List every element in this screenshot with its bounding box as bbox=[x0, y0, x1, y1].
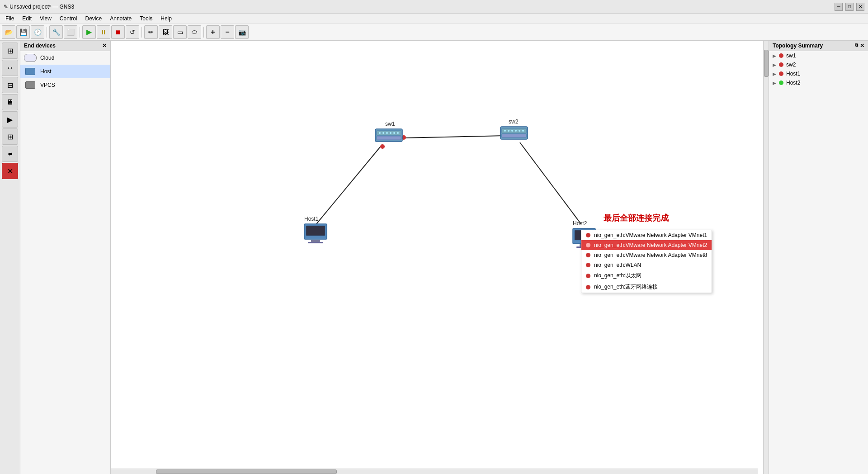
svg-point-21 bbox=[515, 130, 517, 132]
drop-dot-3 bbox=[586, 253, 590, 257]
svg-point-12 bbox=[390, 132, 392, 134]
drop-dot-6 bbox=[586, 285, 590, 289]
vertical-scrollbar[interactable] bbox=[763, 41, 769, 474]
sidebar-end-devices[interactable]: 🖥 bbox=[2, 94, 18, 110]
close-button[interactable]: ✕ bbox=[856, 3, 864, 11]
main-content: ⊞ ↔ ⊟ 🖥 ▶ ⊞ ⇌ ✕ End devices ✕ Cloud Host bbox=[0, 41, 868, 474]
sidebar-all-devices[interactable]: ⊞ bbox=[2, 43, 18, 59]
oval-button[interactable]: ⬭ bbox=[188, 25, 201, 39]
topology-title: Topology Summary bbox=[773, 43, 823, 49]
topo-item-host1[interactable]: ▶ Host1 bbox=[769, 69, 868, 78]
sidebar-active[interactable]: ✕ bbox=[2, 163, 18, 179]
toolbar-sep4 bbox=[203, 27, 204, 38]
preferences-button[interactable]: 🔧 bbox=[49, 25, 63, 39]
console-all-button[interactable]: ⬜ bbox=[64, 25, 77, 39]
suspend-button[interactable]: ⏸ bbox=[97, 25, 110, 39]
drop-dot-2 bbox=[586, 243, 590, 247]
title-bar: ✎ Unsaved project* — GNS3 ─ □ ✕ bbox=[0, 0, 868, 14]
dropdown-label-2: nio_gen_eth:VMware Network Adapter VMnet… bbox=[594, 242, 707, 248]
device-cloud[interactable]: Cloud bbox=[20, 51, 110, 65]
topology-header-controls: ⧉ ✕ bbox=[855, 43, 864, 49]
device-host[interactable]: Host bbox=[20, 65, 110, 78]
svg-point-10 bbox=[382, 132, 384, 134]
svg-rect-26 bbox=[311, 240, 320, 242]
chevron-sw1: ▶ bbox=[773, 53, 776, 58]
sw2-label: sw2 bbox=[509, 118, 519, 125]
menu-tools[interactable]: Tools bbox=[136, 14, 156, 23]
dropdown-item-2[interactable]: nio_gen_eth:VMware Network Adapter VMnet… bbox=[581, 240, 712, 250]
open-folder-button[interactable]: 📂 bbox=[2, 25, 15, 39]
sidebar-switches[interactable]: ⊟ bbox=[2, 77, 18, 93]
svg-point-11 bbox=[386, 132, 388, 134]
left-sidebar: ⊞ ↔ ⊟ 🖥 ▶ ⊞ ⇌ ✕ bbox=[0, 41, 20, 474]
dropdown-menu: nio_gen_eth:VMware Network Adapter VMnet… bbox=[581, 230, 712, 293]
stop-all-button[interactable]: ⏹ bbox=[111, 25, 125, 39]
topo-item-host2[interactable]: ▶ Host2 bbox=[769, 78, 868, 87]
svg-rect-27 bbox=[308, 242, 323, 243]
menu-file[interactable]: File bbox=[2, 14, 18, 23]
menu-device[interactable]: Device bbox=[82, 14, 106, 23]
dropdown-label-3: nio_gen_eth:VMware Network Adapter VMnet… bbox=[594, 252, 707, 258]
save-button[interactable]: 💾 bbox=[16, 25, 30, 39]
chevron-host1: ▶ bbox=[773, 71, 776, 76]
topo-sw1-label: sw1 bbox=[786, 52, 796, 59]
maximize-button[interactable]: □ bbox=[845, 3, 854, 11]
topo-item-sw2[interactable]: ▶ sw2 bbox=[769, 60, 868, 69]
devices-panel-header: End devices ✕ bbox=[20, 41, 110, 51]
dropdown-item-3[interactable]: nio_gen_eth:VMware Network Adapter VMnet… bbox=[581, 250, 712, 260]
topology-close-icon[interactable]: ✕ bbox=[860, 43, 864, 49]
rect-button[interactable]: ▭ bbox=[173, 25, 187, 39]
edit-button[interactable]: ✏ bbox=[144, 25, 158, 39]
screenshot-button[interactable]: 📷 bbox=[235, 25, 249, 39]
devices-close-icon[interactable]: ✕ bbox=[102, 43, 107, 49]
menu-view[interactable]: View bbox=[36, 14, 55, 23]
topo-item-sw1[interactable]: ▶ sw1 bbox=[769, 51, 868, 60]
menu-bar: File Edit View Control Device Annotate T… bbox=[0, 14, 868, 24]
dropdown-label-6: nio_gen_eth:蓝牙网络连接 bbox=[594, 283, 658, 291]
sidebar-security[interactable]: ▶ bbox=[2, 111, 18, 128]
sw1-label: sw1 bbox=[385, 121, 395, 127]
annotation-text: 最后全部连接完成 bbox=[604, 213, 669, 223]
sidebar-routers[interactable]: ↔ bbox=[2, 60, 18, 76]
svg-point-22 bbox=[519, 130, 520, 132]
zoom-out-button[interactable]: − bbox=[221, 25, 234, 39]
svg-rect-25 bbox=[306, 226, 325, 236]
menu-edit[interactable]: Edit bbox=[19, 14, 35, 23]
menu-annotate[interactable]: Annotate bbox=[106, 14, 135, 23]
reload-button[interactable]: ↺ bbox=[126, 25, 139, 39]
drop-dot-1 bbox=[586, 233, 590, 237]
topology-float-icon[interactable]: ⧉ bbox=[855, 43, 858, 49]
picture-button[interactable]: 🖼 bbox=[159, 25, 172, 39]
svg-point-23 bbox=[522, 130, 524, 132]
dropdown-label-4: nio_gen_eth:WLAN bbox=[594, 262, 641, 268]
topo-sw2-label: sw2 bbox=[786, 62, 796, 68]
vpcs-label: VPCS bbox=[40, 82, 55, 88]
horizontal-scrollbar[interactable] bbox=[111, 469, 758, 474]
svg-line-2 bbox=[520, 142, 581, 224]
host2-label: Host2 bbox=[573, 220, 587, 227]
svg-point-5 bbox=[380, 144, 385, 149]
dropdown-item-1[interactable]: nio_gen_eth:VMware Network Adapter VMnet… bbox=[581, 230, 712, 240]
minimize-button[interactable]: ─ bbox=[835, 3, 843, 11]
dropdown-item-6[interactable]: nio_gen_eth:蓝牙网络连接 bbox=[581, 281, 712, 293]
sidebar-links2[interactable]: ⇌ bbox=[2, 146, 18, 162]
canvas-area[interactable]: sw1 sw2 Host1 bbox=[111, 41, 763, 474]
menu-help[interactable]: Help bbox=[157, 14, 175, 23]
zoom-in-button[interactable]: + bbox=[206, 25, 220, 39]
devices-panel: End devices ✕ Cloud Host VPCS bbox=[20, 41, 111, 474]
dropdown-item-4[interactable]: nio_gen_eth:WLAN bbox=[581, 260, 712, 270]
dropdown-label-1: nio_gen_eth:VMware Network Adapter VMnet… bbox=[594, 232, 707, 238]
dropdown-item-5[interactable]: nio_gen_eth:以太网 bbox=[581, 270, 712, 281]
cloud-device-icon bbox=[24, 53, 37, 62]
sidebar-links[interactable]: ⊞ bbox=[2, 128, 18, 145]
vscroll-thumb[interactable] bbox=[764, 50, 769, 77]
device-vpcs[interactable]: VPCS bbox=[20, 78, 110, 92]
run-all-button[interactable]: ▶ bbox=[82, 25, 96, 39]
toolbar-sep2 bbox=[80, 27, 80, 38]
menu-control[interactable]: Control bbox=[56, 14, 81, 23]
window-controls: ─ □ ✕ bbox=[835, 3, 864, 11]
snapshot-button[interactable]: 🕐 bbox=[31, 25, 44, 39]
svg-point-20 bbox=[511, 130, 513, 132]
hscroll-thumb[interactable] bbox=[156, 469, 337, 474]
dropdown-label-5: nio_gen_eth:以太网 bbox=[594, 272, 642, 280]
